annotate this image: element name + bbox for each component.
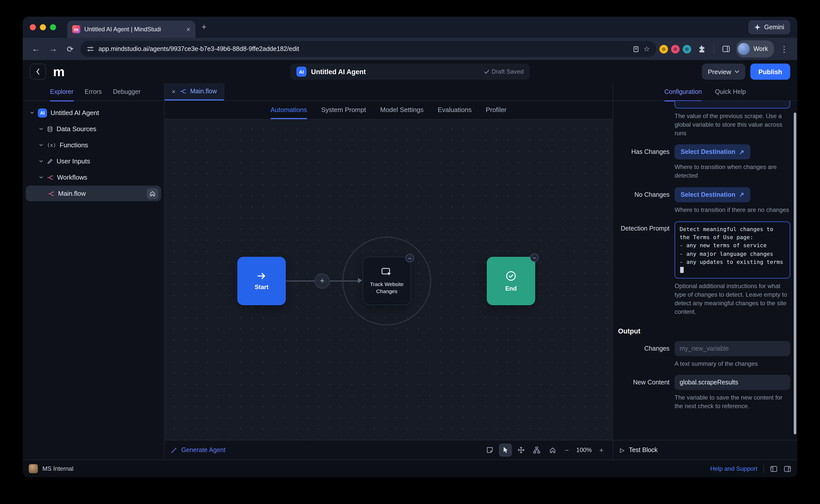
draft-status: Draft Saved — [484, 68, 524, 75]
text-caret — [680, 267, 684, 273]
add-step-button[interactable]: + — [315, 273, 330, 289]
toggle-right-panel-icon[interactable] — [784, 465, 791, 472]
browser-profile-button[interactable]: Work — [736, 40, 774, 58]
ai-badge: AI — [296, 67, 307, 77]
tab-quick-help[interactable]: Quick Help — [715, 83, 746, 101]
close-window-button[interactable] — [30, 24, 36, 30]
select-destination-button[interactable]: Select Destination ↗ — [675, 145, 750, 160]
help-and-support-link[interactable]: Help and Support — [710, 465, 757, 472]
pan-icon[interactable] — [515, 443, 528, 457]
app-main: Explorer Errors Debugger AI Untitled AI … — [23, 83, 797, 460]
extension-icon[interactable] — [671, 45, 680, 53]
collapse-node-icon[interactable]: − — [530, 253, 539, 262]
tree-item-user-inputs[interactable]: User Inputs — [26, 153, 161, 169]
close-file-tab-icon[interactable]: × — [172, 88, 175, 95]
tab-errors[interactable]: Errors — [85, 83, 102, 101]
scrollbar-thumb[interactable] — [794, 113, 796, 434]
clipped-field[interactable] — [675, 101, 790, 108]
collapse-node-icon[interactable]: − — [405, 254, 414, 262]
fit-home-icon[interactable] — [546, 443, 559, 457]
chevron-down-icon[interactable] — [39, 175, 43, 180]
screen: m Untitled AI Agent | MindStudi × + Gemi… — [0, 0, 820, 504]
file-tab-main-flow[interactable]: × Main.flow — [164, 83, 225, 100]
tab-model-settings[interactable]: Model Settings — [380, 101, 424, 119]
tab-system-prompt[interactable]: System Prompt — [321, 101, 366, 119]
toggle-left-panel-icon[interactable] — [770, 465, 778, 472]
tab-evaluations[interactable]: Evaluations — [438, 101, 472, 119]
tree-item-label: Workflows — [57, 174, 87, 181]
agent-title: Untitled AI Agent — [311, 68, 366, 75]
extension-icon[interactable] — [683, 45, 691, 53]
tab-automations[interactable]: Automations — [271, 101, 307, 119]
sparkle-icon — [755, 24, 761, 30]
new-content-input[interactable] — [675, 375, 790, 390]
tree-item-workflows[interactable]: Workflows — [26, 170, 161, 185]
test-block-button[interactable]: ▷ Test Block — [613, 440, 797, 460]
field-helper: The variable to save the new content for… — [675, 394, 790, 411]
back-icon[interactable]: ← — [29, 42, 43, 56]
generate-agent-button[interactable]: Generate Agent — [171, 446, 226, 454]
site-settings-icon[interactable] — [87, 45, 94, 52]
chevron-down-icon[interactable] — [39, 127, 43, 131]
preview-button[interactable]: Preview — [702, 64, 746, 80]
tree-item-agent[interactable]: AI Untitled AI Agent — [26, 105, 161, 121]
workflow-subtabs: Automations System Prompt Model Settings… — [164, 101, 612, 120]
magic-wand-icon — [171, 447, 177, 453]
browser-tab[interactable]: m Untitled AI Agent | MindStudi × — [67, 21, 195, 38]
config-panel: Configuration Quick Help The value of th… — [613, 83, 797, 460]
home-flow-badge[interactable] — [147, 188, 158, 199]
tab-configuration[interactable]: Configuration — [665, 83, 702, 101]
browser-menu-icon[interactable]: ⋮ — [777, 42, 791, 56]
address-bar[interactable]: app.mindstudio.ai/agents/9937ce3e-b7e3-4… — [80, 41, 657, 57]
changes-input[interactable] — [675, 341, 790, 356]
notes-icon[interactable] — [483, 443, 497, 457]
bookmark-star-icon[interactable]: ☆ — [644, 45, 650, 53]
field-label: Changes — [618, 341, 670, 356]
tab-close-icon[interactable]: × — [186, 26, 190, 33]
website-tracker-icon — [381, 267, 392, 277]
field-helper: Where to transition if there are no chan… — [675, 206, 790, 214]
select-cursor-icon[interactable] — [499, 443, 512, 457]
forward-icon[interactable]: → — [46, 42, 60, 56]
file-tab-bar: × Main.flow — [164, 83, 612, 101]
app-back-button[interactable] — [30, 64, 46, 80]
agent-title-bar[interactable]: AI Untitled AI Agent Draft Saved — [290, 64, 530, 80]
changes-row: Changes — [618, 341, 790, 356]
save-page-icon[interactable] — [633, 46, 639, 52]
extensions-puzzle-icon[interactable] — [694, 42, 709, 56]
detection-prompt-textarea[interactable]: Detect meaningful changes to the Terms o… — [675, 221, 790, 279]
end-node[interactable]: − End — [487, 257, 535, 305]
extension-icon[interactable] — [660, 45, 668, 53]
maximize-window-button[interactable] — [50, 24, 56, 30]
start-node[interactable]: Start — [237, 257, 286, 305]
minimize-window-button[interactable] — [40, 24, 46, 30]
reload-icon[interactable]: ⟳ — [63, 42, 77, 56]
zoom-out-icon[interactable]: − — [562, 446, 572, 454]
select-destination-button[interactable]: Select Destination ↗ — [675, 187, 750, 202]
tree-item-functions[interactable]: (x) Functions — [26, 137, 161, 153]
workspace-avatar[interactable] — [29, 464, 38, 473]
tab-explorer[interactable]: Explorer — [50, 83, 73, 101]
tab-profiler[interactable]: Profiler — [486, 101, 506, 119]
flow-canvas[interactable]: Start + − Track Website Changes − End — [164, 120, 612, 440]
auto-layout-icon[interactable] — [530, 443, 543, 457]
field-label: Has Changes — [618, 145, 670, 160]
zoom-in-icon[interactable]: + — [596, 446, 606, 454]
chevron-down-icon[interactable] — [39, 143, 43, 147]
gemini-button[interactable]: Gemini — [749, 20, 790, 34]
new-tab-button[interactable]: + — [201, 22, 207, 32]
workflow-icon — [47, 174, 53, 180]
tab-debugger[interactable]: Debugger — [113, 83, 141, 101]
tree-item-data-sources[interactable]: Data Sources — [26, 121, 161, 137]
config-tabs: Configuration Quick Help — [613, 83, 797, 101]
side-panel-icon[interactable] — [719, 42, 733, 56]
arrow-up-right-icon: ↗ — [739, 148, 744, 156]
chevron-down-icon[interactable] — [39, 159, 43, 163]
tree-item-main-flow[interactable]: Main.flow — [26, 186, 161, 201]
chevron-down-icon[interactable] — [30, 110, 34, 115]
config-scroll-area[interactable]: The value of the previous scrape. Use a … — [613, 101, 797, 440]
publish-button[interactable]: Publish — [750, 64, 790, 80]
tree-item-label: User Inputs — [57, 157, 90, 165]
workflow-icon — [179, 88, 186, 94]
track-website-changes-node[interactable]: − Track Website Changes — [363, 257, 411, 305]
